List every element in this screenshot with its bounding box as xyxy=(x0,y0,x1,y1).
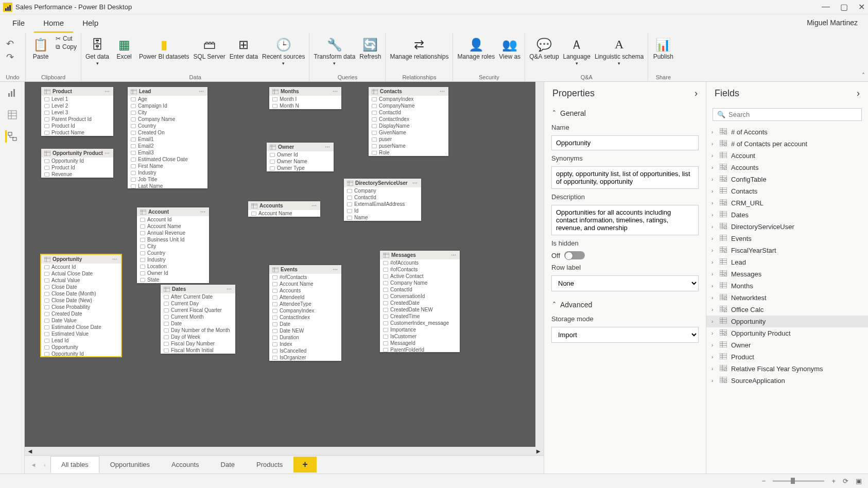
field-item-product[interactable]: ›Product xyxy=(706,351,868,363)
table-column[interactable]: Current Fiscal Quarter xyxy=(161,307,235,313)
table-column[interactable]: Age xyxy=(128,96,207,102)
linguistic-schema-button[interactable]: ALinguistic schema▾ xyxy=(595,35,644,66)
table-column[interactable]: IsCancelled xyxy=(269,347,341,354)
schema-table-months[interactable]: Months⋯Month IMonth N xyxy=(269,87,341,109)
table-column[interactable]: Month I xyxy=(269,96,341,102)
field-item-directoryserviceuser[interactable]: ›DirectoryServiceUser xyxy=(706,221,868,233)
publish-button[interactable]: 📊Publish xyxy=(652,35,674,61)
table-header[interactable]: Dates⋯ xyxy=(161,285,235,293)
table-header[interactable]: Opportunity⋯ xyxy=(41,255,121,264)
field-item-dates[interactable]: ›Dates xyxy=(706,209,868,221)
close-button[interactable]: ✕ xyxy=(858,2,865,12)
schema-table-directoryserviceuser[interactable]: DirectoryServiceUser⋯CompanyContactIdExt… xyxy=(344,179,421,221)
scroll-left-icon[interactable]: ◄ xyxy=(27,447,33,455)
more-icon[interactable]: ⋯ xyxy=(333,267,338,272)
table-column[interactable]: Accounts xyxy=(269,287,341,294)
field-item-fiscalyearstart[interactable]: ›FiscalYearStart xyxy=(706,245,868,256)
field-item-messages[interactable]: ›Messages xyxy=(706,268,868,280)
zoom-out-button[interactable]: − xyxy=(762,477,766,485)
table-column[interactable]: IsOrganizer xyxy=(269,354,341,361)
menu-help[interactable]: Help xyxy=(73,14,108,33)
sql-server-button[interactable]: 🗃SQL Server xyxy=(193,35,225,61)
table-column[interactable]: Date xyxy=(269,321,341,327)
schema-table-product[interactable]: Product⋯Level 1Level 2Level 3Parent Prod… xyxy=(41,87,113,136)
table-column[interactable]: ParentFolderId xyxy=(380,346,460,352)
table-column[interactable]: Account Name xyxy=(248,210,320,217)
fields-collapse-icon[interactable]: › xyxy=(857,88,860,99)
field-item-months[interactable]: ›Months xyxy=(706,280,868,292)
table-column[interactable]: Importance xyxy=(380,326,460,333)
schema-table-opportunity[interactable]: Opportunity⋯Account IdActual Close DateA… xyxy=(41,255,121,356)
table-column[interactable]: Product Name xyxy=(41,129,113,136)
fit-page-icon[interactable]: ⟳ xyxy=(843,477,848,485)
table-column[interactable]: IsCustomer xyxy=(380,333,460,340)
qa-setup-button[interactable]: 💬Q&A setup xyxy=(529,35,559,61)
table-column[interactable]: Country xyxy=(137,250,209,256)
table-column[interactable]: Estimated Value xyxy=(41,330,121,337)
table-column[interactable]: DisplayName xyxy=(369,123,448,129)
view-as-button[interactable]: 👥View as xyxy=(499,35,520,61)
table-column[interactable]: First Name xyxy=(128,163,207,169)
table-column[interactable]: ContactId xyxy=(344,194,421,201)
table-column[interactable]: Company xyxy=(344,187,421,194)
refresh-button[interactable]: 🔄Refresh xyxy=(359,35,381,61)
field-item-contacts[interactable]: ›Contacts xyxy=(706,185,868,197)
vertical-scrollbar[interactable] xyxy=(535,82,544,447)
field-item-events[interactable]: ›Events xyxy=(706,233,868,245)
zoom-in-button[interactable]: + xyxy=(831,477,836,485)
table-column[interactable]: Index xyxy=(269,341,341,347)
table-column[interactable]: Owner Id xyxy=(137,270,209,276)
table-column[interactable]: Owner Name xyxy=(267,158,334,165)
field-item-accounts[interactable]: ›Accounts xyxy=(706,162,868,173)
table-column[interactable]: Close Date xyxy=(41,284,121,290)
table-column[interactable]: Close Probability xyxy=(41,304,121,310)
table-column[interactable]: Product Id xyxy=(41,164,113,171)
field-item-account[interactable]: ›Account xyxy=(706,150,868,162)
copy-button[interactable]: ⧉Copy xyxy=(56,43,77,50)
storage-mode-select[interactable]: Import xyxy=(551,327,699,343)
table-column[interactable]: Account Id xyxy=(41,264,121,270)
table-column[interactable]: Job Title xyxy=(128,176,207,183)
table-column[interactable]: Estimated Close Date xyxy=(41,324,121,330)
table-column[interactable]: Opportunity Id xyxy=(41,351,121,356)
table-header[interactable]: Product⋯ xyxy=(41,87,113,96)
horizontal-scrollbar[interactable]: ◄ ► xyxy=(25,447,544,455)
name-input[interactable] xyxy=(551,135,699,150)
table-column[interactable]: Last Name xyxy=(128,183,207,188)
table-column[interactable]: Country xyxy=(128,123,207,129)
get-data-button[interactable]: 🗄Get data▾ xyxy=(85,35,109,66)
schema-table-accounts[interactable]: Accounts⋯Account Name xyxy=(248,201,320,217)
table-column[interactable]: Level 1 xyxy=(41,96,113,102)
table-column[interactable]: Opportunity xyxy=(41,344,121,351)
schema-table-dates[interactable]: Dates⋯After Current DateCurrent DayCurre… xyxy=(161,285,235,354)
table-column[interactable]: State xyxy=(137,276,209,283)
recent-sources-button[interactable]: 🕒Recent sources▾ xyxy=(262,35,305,66)
table-column[interactable]: Current Month xyxy=(161,313,235,320)
user-name[interactable]: Miguel Martinez xyxy=(800,14,865,33)
table-column[interactable]: CompanyIndex xyxy=(269,307,341,314)
excel-button[interactable]: ▦Excel xyxy=(113,35,135,61)
language-button[interactable]: ＡLanguage▾ xyxy=(563,35,591,66)
table-column[interactable]: Revenue xyxy=(41,171,113,178)
manage-relationships-button[interactable]: ⇄Manage relationships xyxy=(390,35,448,61)
table-column[interactable]: Email1 xyxy=(128,136,207,143)
table-column[interactable]: Month N xyxy=(269,102,341,109)
table-column[interactable]: MessageId xyxy=(380,340,460,346)
table-column[interactable]: ContactId xyxy=(369,109,448,116)
more-icon[interactable]: ⋯ xyxy=(199,89,204,94)
table-column[interactable]: Account Id xyxy=(137,216,209,223)
field-item-office-calc[interactable]: ›Office Calc xyxy=(706,304,868,316)
redo-button[interactable]: ↷ xyxy=(6,51,14,63)
table-column[interactable]: Account Name xyxy=(269,281,341,287)
table-column[interactable]: Annual Revenue xyxy=(137,230,209,236)
manage-roles-button[interactable]: 👤Manage roles xyxy=(457,35,495,61)
table-column[interactable]: #ofContacts xyxy=(380,266,460,273)
table-column[interactable]: Industry xyxy=(137,256,209,263)
table-column[interactable]: Day Number of the Month xyxy=(161,327,235,334)
schema-table-owner[interactable]: Owner⋯Owner IdOwner NameOwner Type xyxy=(267,143,334,171)
table-column[interactable]: #ofAccounts xyxy=(380,259,460,266)
table-column[interactable]: puser xyxy=(369,136,448,143)
table-column[interactable]: Created Date xyxy=(41,310,121,317)
field-item-networktest[interactable]: ›Networktest xyxy=(706,292,868,304)
hidden-toggle[interactable] xyxy=(564,251,585,259)
